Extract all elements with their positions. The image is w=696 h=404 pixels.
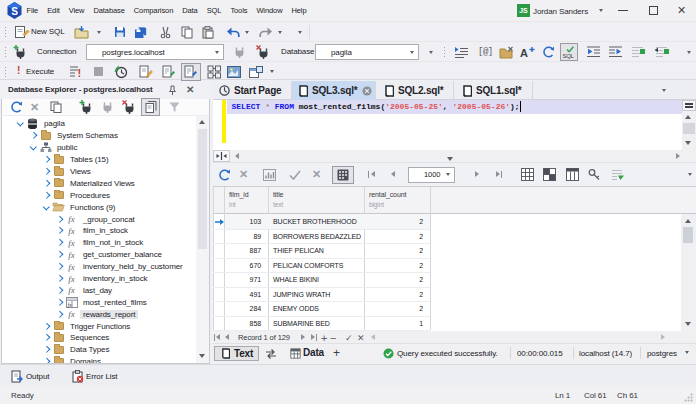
svg-text:A: A	[520, 47, 528, 59]
svg-text:fx: fx	[67, 301, 72, 307]
svg-text:!: !	[78, 67, 82, 78]
svg-text:SQL: SQL	[562, 53, 574, 59]
svg-text:S: S	[11, 6, 18, 17]
